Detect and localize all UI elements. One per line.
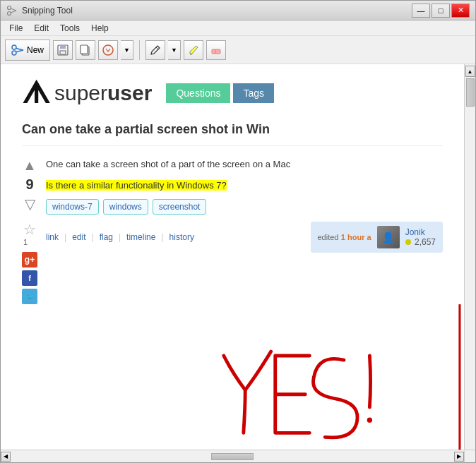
window-title: Snipping Tool xyxy=(22,6,73,16)
scroll-left-button[interactable]: ◀ xyxy=(1,452,11,462)
svg-rect-9 xyxy=(60,45,66,49)
scroll-right-button[interactable]: ▶ xyxy=(454,452,464,462)
rep-badge xyxy=(405,239,411,245)
edited-time: 1 hour a xyxy=(341,233,371,241)
new-label: New xyxy=(27,45,44,55)
answer-row: ▲ 9 ▽ ☆ 1 g+ f 🐦 One can t xyxy=(22,157,443,304)
new-button[interactable]: New xyxy=(5,40,50,61)
scroll-thumb-horizontal[interactable] xyxy=(211,453,254,460)
tags-button[interactable]: Tags xyxy=(233,83,274,103)
meta-timeline[interactable]: timeline xyxy=(126,232,155,242)
menu-bar: File Edit Tools Help xyxy=(1,20,475,36)
highlighted-text: Is there a similar functionality in Wind… xyxy=(46,179,443,193)
eraser-button[interactable] xyxy=(206,40,226,60)
svg-point-0 xyxy=(8,6,11,9)
scissors-icon xyxy=(6,5,18,16)
copy-icon xyxy=(79,44,92,56)
menu-tools[interactable]: Tools xyxy=(54,22,85,35)
close-button[interactable]: ✕ xyxy=(451,4,470,18)
svg-point-13 xyxy=(103,45,113,55)
svg-rect-10 xyxy=(60,51,66,54)
username[interactable]: Jonik xyxy=(405,227,436,237)
site-header: ᗑ superuser Questions Tags xyxy=(22,78,443,108)
user-info: Jonik 2,657 xyxy=(405,227,436,247)
edited-box: edited 1 hour a 👤 Jonik xyxy=(311,222,444,253)
content-area: ᗑ superuser Questions Tags Can one take … xyxy=(1,64,475,450)
horizontal-scrollbar xyxy=(11,452,454,462)
svg-rect-12 xyxy=(81,45,88,54)
toolbar-separator xyxy=(139,40,140,60)
highlight-span: Is there a similar functionality in Wind… xyxy=(46,180,227,191)
svg-line-7 xyxy=(16,50,23,52)
window-controls: — □ ✕ xyxy=(412,4,470,18)
tag-screenshot[interactable]: screenshot xyxy=(153,199,207,215)
meta-history[interactable]: history xyxy=(169,232,194,242)
vote-up-button[interactable]: ▲ xyxy=(23,157,37,174)
question-title: Can one take a partial screen shot in Wi… xyxy=(22,122,443,146)
bookmark-count: 1 xyxy=(23,238,36,246)
answer-text: One can take a screen shot of a part of … xyxy=(46,157,443,172)
highlighter-icon xyxy=(187,44,200,56)
pen-button[interactable] xyxy=(145,40,165,60)
scroll-corner xyxy=(464,451,475,462)
svg-point-18 xyxy=(367,418,372,423)
menu-file[interactable]: File xyxy=(4,22,28,35)
minimize-button[interactable]: — xyxy=(412,4,430,18)
svg-point-1 xyxy=(8,11,11,15)
svg-rect-16 xyxy=(212,49,220,54)
meta-edit[interactable]: edit xyxy=(72,232,85,242)
tag-windows[interactable]: windows xyxy=(103,199,148,215)
scroll-up-button[interactable]: ▲ xyxy=(465,66,475,77)
maximize-button[interactable]: □ xyxy=(432,4,450,18)
browser-content: ᗑ superuser Questions Tags Can one take … xyxy=(1,64,464,450)
facebook-button[interactable]: f xyxy=(22,270,37,286)
send-dropdown[interactable]: ▼ xyxy=(121,40,133,60)
user-avatar: 👤 xyxy=(377,226,400,248)
save-button[interactable] xyxy=(53,40,73,60)
google-plus-button[interactable]: g+ xyxy=(22,252,37,267)
svg-line-3 xyxy=(11,11,16,13)
menu-help[interactable]: Help xyxy=(85,22,114,35)
vertical-scrollbar: ▲ xyxy=(464,64,475,450)
site-logo: ᗑ superuser xyxy=(22,78,152,108)
send-button[interactable] xyxy=(98,40,118,60)
menu-edit[interactable]: Edit xyxy=(28,22,54,35)
eraser-icon xyxy=(210,44,222,56)
logo-text: superuser xyxy=(54,81,152,105)
user-rep: 2,657 xyxy=(405,237,436,247)
bookmark-button[interactable]: ☆ xyxy=(23,221,36,238)
snipping-tool-window: Snipping Tool — □ ✕ File Edit Tools Help… xyxy=(0,0,476,463)
svg-rect-15 xyxy=(190,54,192,55)
pen-dropdown[interactable]: ▼ xyxy=(168,40,181,60)
questions-button[interactable]: Questions xyxy=(166,83,230,103)
meta-row: link | edit | flag | timeline | history xyxy=(46,222,443,253)
highlighter-button[interactable] xyxy=(184,40,203,60)
svg-line-14 xyxy=(156,47,158,49)
tag-windows7[interactable]: windows-7 xyxy=(46,199,99,215)
svg-point-4 xyxy=(12,45,16,49)
title-bar: Snipping Tool — □ ✕ xyxy=(1,1,475,20)
svg-line-2 xyxy=(11,8,16,11)
pen-icon xyxy=(149,44,162,56)
copy-button[interactable] xyxy=(76,40,95,60)
social-icons: g+ f 🐦 xyxy=(22,252,37,304)
site-nav: Questions Tags xyxy=(166,83,274,103)
save-icon xyxy=(56,44,69,56)
tags-row: windows-7 windows screenshot xyxy=(46,199,443,215)
meta-flag[interactable]: flag xyxy=(100,232,113,242)
vote-down-button[interactable]: ▽ xyxy=(25,196,35,212)
new-scissors-icon xyxy=(11,44,24,56)
vote-count: 9 xyxy=(25,176,33,193)
scroll-thumb-vertical[interactable] xyxy=(466,78,475,107)
vote-column: ▲ 9 ▽ ☆ 1 g+ f 🐦 xyxy=(22,157,37,304)
send-icon xyxy=(102,44,114,56)
twitter-button[interactable]: 🐦 xyxy=(22,289,37,304)
toolbar: New ▼ xyxy=(1,36,475,64)
edited-label: edited xyxy=(318,233,339,241)
logo-bracket: ᗑ xyxy=(22,78,50,108)
svg-point-5 xyxy=(12,51,16,55)
bottom-bar: ◀ ▶ xyxy=(1,450,475,462)
answer-body: One can take a screen shot of a part of … xyxy=(46,157,443,304)
meta-link[interactable]: link xyxy=(46,232,59,242)
